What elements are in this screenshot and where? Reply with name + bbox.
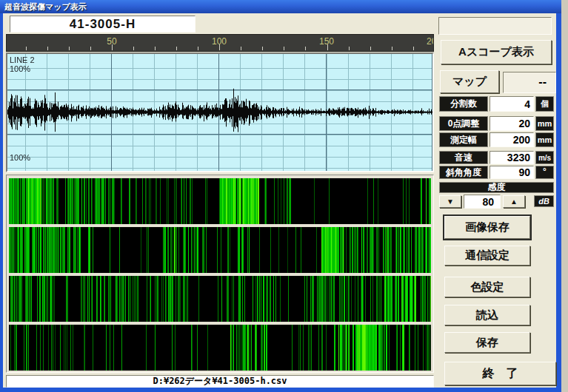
bottom-percent-label: 100%: [10, 154, 30, 162]
ruler-tick: [90, 47, 91, 50]
ruler-tick: [198, 47, 198, 50]
map-display: [6, 175, 434, 373]
load-button[interactable]: 読込: [444, 305, 530, 325]
ruler-tick: [133, 47, 134, 50]
ascope-display-button[interactable]: Aスコープ表示: [441, 40, 552, 64]
ruler-tick: [47, 47, 48, 50]
sensitivity-up-button[interactable]: ▲: [503, 195, 525, 208]
param-unit-velocity: m/s: [535, 151, 554, 164]
window-title: 超音波探傷マップ表示: [4, 2, 87, 11]
ruler-label: 200: [427, 36, 434, 47]
ruler-tick: [241, 47, 241, 50]
param-label-divisions: 分割数: [439, 96, 488, 112]
param-value-meas-width[interactable]: [490, 132, 534, 147]
ruler-tick: [284, 47, 284, 50]
ruler-tick: [176, 47, 177, 50]
top-percent-label: 100%: [10, 65, 30, 73]
ruler-tick: [219, 44, 220, 50]
ruler-tick: [69, 47, 70, 50]
param-label-meas-width: 測定幅: [439, 132, 488, 147]
param-unit-zero-adjust: mm: [535, 116, 554, 131]
info-readout-box: [438, 17, 552, 35]
sensitivity-unit: dB: [534, 195, 554, 207]
sensitivity-header: 感度: [439, 182, 554, 193]
file-path-statusbar: D:¥262データ¥41-3005-h.csv: [6, 375, 434, 388]
ruler-tick: [349, 47, 350, 50]
param-label-angle: 斜角角度: [439, 166, 488, 179]
ascope-waveform-canvas: [7, 54, 432, 171]
window-border-left: [0, 13, 3, 392]
file-path-text: D:¥262データ¥41-3005-h.csv: [153, 376, 287, 386]
sensitivity-value-input[interactable]: [464, 195, 501, 209]
color-settings-button[interactable]: 色設定: [444, 277, 530, 297]
param-value-divisions[interactable]: [490, 96, 534, 112]
background-window-sliver: [561, 0, 568, 392]
window-border-right: [556, 13, 561, 392]
ascope-panel: LINE 2 100% 100%: [6, 53, 434, 172]
param-value-velocity[interactable]: [490, 151, 534, 164]
map-band-1: [9, 178, 431, 224]
ruler-tick: [370, 47, 371, 50]
ruler-tick: [305, 47, 306, 50]
sensitivity-down-button[interactable]: ▼: [439, 195, 461, 208]
ruler-tick: [155, 47, 156, 50]
ruler-tick: [112, 44, 113, 50]
ruler-tick: [327, 44, 328, 50]
app-window: 超音波探傷マップ表示 50100150200 LINE 2 100% 100% …: [0, 0, 568, 392]
ruler-tick: [413, 47, 414, 50]
param-value-zero-adjust[interactable]: [490, 116, 534, 131]
ruler-tick: [262, 47, 263, 50]
exit-button[interactable]: 終 了: [444, 362, 556, 385]
map-band-3: [9, 276, 431, 322]
map-band-4: [9, 325, 431, 371]
line-label: LINE 2: [10, 56, 35, 64]
ruler-tick: [26, 47, 27, 50]
distance-ruler: 50100150200: [6, 34, 434, 52]
param-label-zero-adjust: 0点調整: [439, 116, 488, 131]
comm-settings-button[interactable]: 通信設定: [444, 246, 530, 266]
map-band-2: [9, 227, 431, 273]
param-value-angle[interactable]: [490, 166, 534, 179]
save-button[interactable]: 保存: [444, 332, 530, 353]
ruler-tick: [392, 47, 392, 50]
param-label-velocity: 音速: [439, 151, 488, 164]
map-count-readout: --: [503, 72, 556, 93]
map-button[interactable]: マップ: [440, 70, 499, 93]
param-unit-meas-width: mm: [535, 132, 554, 147]
param-unit-divisions: 個: [535, 96, 554, 112]
specimen-id-input[interactable]: [10, 16, 196, 33]
window-border-bottom: [0, 388, 561, 392]
param-unit-angle: °: [535, 166, 554, 179]
title-bar[interactable]: 超音波探傷マップ表示: [0, 0, 561, 13]
save-image-button[interactable]: 画像保存: [444, 216, 530, 239]
